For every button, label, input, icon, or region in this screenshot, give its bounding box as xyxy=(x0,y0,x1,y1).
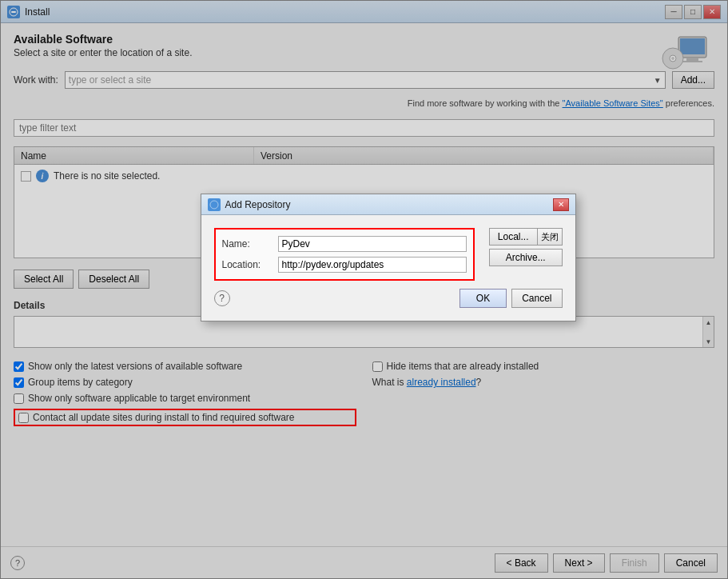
modal-location-label: Location: xyxy=(222,259,278,270)
modal-title-text: Add Repository xyxy=(225,199,553,210)
modal-location-row: Location: xyxy=(222,257,467,273)
modal-cancel-button[interactable]: Cancel xyxy=(511,289,562,308)
archive-button[interactable]: Archive... xyxy=(489,249,563,266)
local-close-button[interactable]: 关闭 xyxy=(537,228,563,246)
modal-body: Name: Location: Local... 关闭 xyxy=(201,215,575,321)
svg-point-9 xyxy=(210,201,218,209)
local-button-group: Local... 关闭 xyxy=(489,228,563,246)
modal-title-bar: Add Repository ✕ xyxy=(201,194,575,215)
modal-ok-button[interactable]: OK xyxy=(459,289,507,308)
local-button[interactable]: Local... xyxy=(489,228,537,246)
modal-help-icon[interactable]: ? xyxy=(214,290,230,306)
modal-title-icon xyxy=(208,198,221,211)
modal-fields-inner: Name: Location: xyxy=(214,228,475,281)
modal-fields-area: Name: Location: Local... 关闭 xyxy=(214,228,563,281)
modal-side-buttons: Local... 关闭 Archive... xyxy=(489,228,563,281)
modal-close-button[interactable]: ✕ xyxy=(553,198,569,211)
modal-bottom: ? OK Cancel xyxy=(214,289,563,308)
modal-overlay: Add Repository ✕ Name: Location: xyxy=(0,0,728,579)
modal-name-label: Name: xyxy=(222,238,278,250)
modal-name-input[interactable] xyxy=(278,236,467,252)
modal-location-input[interactable] xyxy=(278,257,467,273)
modal-name-row: Name: xyxy=(222,236,467,252)
add-repository-modal: Add Repository ✕ Name: Location: xyxy=(201,194,576,321)
modal-fields-box: Name: Location: xyxy=(214,228,475,281)
modal-nav-buttons: OK Cancel xyxy=(459,289,563,308)
